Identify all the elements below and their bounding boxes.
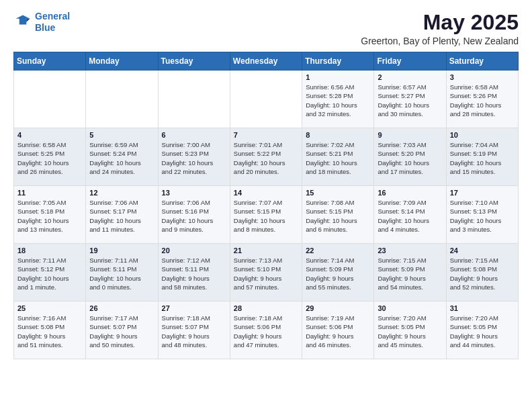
day-info: Sunrise: 7:18 AM Sunset: 5:06 PM Dayligh… <box>234 314 298 349</box>
logo-text: General Blue <box>35 11 70 34</box>
calendar-cell <box>158 71 230 128</box>
col-header-thursday: Thursday <box>302 52 374 71</box>
day-number: 1 <box>306 73 370 81</box>
calendar-cell: 14Sunrise: 7:07 AM Sunset: 5:15 PM Dayli… <box>230 186 302 244</box>
day-info: Sunrise: 7:10 AM Sunset: 5:13 PM Dayligh… <box>450 198 515 234</box>
col-header-tuesday: Tuesday <box>158 52 230 71</box>
day-number: 8 <box>306 131 370 139</box>
day-info: Sunrise: 7:06 AM Sunset: 5:16 PM Dayligh… <box>162 198 226 234</box>
calendar-cell: 28Sunrise: 7:18 AM Sunset: 5:06 PM Dayli… <box>230 302 302 359</box>
day-number: 11 <box>17 189 82 197</box>
day-number: 29 <box>306 304 370 312</box>
title-block: May 2025 Greerton, Bay of Plenty, New Ze… <box>361 11 519 46</box>
subtitle: Greerton, Bay of Plenty, New Zealand <box>361 36 519 46</box>
calendar-cell: 21Sunrise: 7:13 AM Sunset: 5:10 PM Dayli… <box>230 244 302 302</box>
day-info: Sunrise: 7:01 AM Sunset: 5:22 PM Dayligh… <box>234 140 298 176</box>
col-header-saturday: Saturday <box>446 52 518 71</box>
day-number: 26 <box>89 304 154 312</box>
logo: General Blue <box>13 11 70 34</box>
day-info: Sunrise: 7:20 AM Sunset: 5:05 PM Dayligh… <box>378 314 442 349</box>
day-number: 23 <box>378 246 442 255</box>
day-number: 27 <box>162 304 226 312</box>
day-number: 31 <box>450 304 515 312</box>
calendar-cell: 27Sunrise: 7:18 AM Sunset: 5:07 PM Dayli… <box>158 302 230 359</box>
calendar-header-row: SundayMondayTuesdayWednesdayThursdayFrid… <box>14 52 519 71</box>
day-number: 16 <box>378 189 442 197</box>
col-header-monday: Monday <box>86 52 158 71</box>
day-info: Sunrise: 7:05 AM Sunset: 5:18 PM Dayligh… <box>17 198 82 234</box>
day-info: Sunrise: 7:19 AM Sunset: 5:06 PM Dayligh… <box>306 314 370 349</box>
day-info: Sunrise: 7:03 AM Sunset: 5:20 PM Dayligh… <box>378 140 442 176</box>
calendar-cell: 8Sunrise: 7:02 AM Sunset: 5:21 PM Daylig… <box>302 128 374 186</box>
day-info: Sunrise: 7:08 AM Sunset: 5:15 PM Dayligh… <box>306 198 370 234</box>
day-info: Sunrise: 7:07 AM Sunset: 5:15 PM Dayligh… <box>234 198 298 234</box>
calendar-cell: 10Sunrise: 7:04 AM Sunset: 5:19 PM Dayli… <box>446 128 518 186</box>
day-info: Sunrise: 6:57 AM Sunset: 5:27 PM Dayligh… <box>378 83 442 118</box>
calendar-cell: 4Sunrise: 6:58 AM Sunset: 5:25 PM Daylig… <box>14 128 86 186</box>
day-info: Sunrise: 7:20 AM Sunset: 5:05 PM Dayligh… <box>450 314 515 349</box>
day-info: Sunrise: 6:58 AM Sunset: 5:26 PM Dayligh… <box>450 83 515 118</box>
day-info: Sunrise: 7:11 AM Sunset: 5:12 PM Dayligh… <box>17 256 82 291</box>
calendar-week-4: 18Sunrise: 7:11 AM Sunset: 5:12 PM Dayli… <box>14 244 519 302</box>
calendar-cell: 9Sunrise: 7:03 AM Sunset: 5:20 PM Daylig… <box>374 128 446 186</box>
header: General Blue May 2025 Greerton, Bay of P… <box>13 11 519 46</box>
day-number: 12 <box>89 189 154 197</box>
day-info: Sunrise: 6:56 AM Sunset: 5:28 PM Dayligh… <box>306 83 370 118</box>
calendar-cell: 3Sunrise: 6:58 AM Sunset: 5:26 PM Daylig… <box>446 71 518 128</box>
day-number: 7 <box>234 131 298 139</box>
calendar-cell: 29Sunrise: 7:19 AM Sunset: 5:06 PM Dayli… <box>302 302 374 359</box>
day-number: 5 <box>89 131 154 139</box>
calendar-cell: 25Sunrise: 7:16 AM Sunset: 5:08 PM Dayli… <box>14 302 86 359</box>
day-number: 3 <box>450 73 515 81</box>
calendar-cell: 2Sunrise: 6:57 AM Sunset: 5:27 PM Daylig… <box>374 71 446 128</box>
day-number: 25 <box>17 304 82 312</box>
day-number: 14 <box>234 189 298 197</box>
day-info: Sunrise: 7:15 AM Sunset: 5:08 PM Dayligh… <box>450 256 515 291</box>
calendar-week-5: 25Sunrise: 7:16 AM Sunset: 5:08 PM Dayli… <box>14 302 519 359</box>
calendar-cell: 30Sunrise: 7:20 AM Sunset: 5:05 PM Dayli… <box>374 302 446 359</box>
calendar-week-1: 1Sunrise: 6:56 AM Sunset: 5:28 PM Daylig… <box>14 71 519 128</box>
calendar-table: SundayMondayTuesdayWednesdayThursdayFrid… <box>13 52 519 359</box>
day-info: Sunrise: 7:13 AM Sunset: 5:10 PM Dayligh… <box>234 256 298 291</box>
day-info: Sunrise: 7:18 AM Sunset: 5:07 PM Dayligh… <box>162 314 226 349</box>
calendar-cell: 7Sunrise: 7:01 AM Sunset: 5:22 PM Daylig… <box>230 128 302 186</box>
calendar-cell: 20Sunrise: 7:12 AM Sunset: 5:11 PM Dayli… <box>158 244 230 302</box>
day-info: Sunrise: 6:59 AM Sunset: 5:24 PM Dayligh… <box>89 140 154 176</box>
calendar-cell <box>230 71 302 128</box>
day-number: 2 <box>378 73 442 81</box>
page: General Blue May 2025 Greerton, Bay of P… <box>0 0 532 370</box>
day-number: 10 <box>450 131 515 139</box>
calendar-cell: 17Sunrise: 7:10 AM Sunset: 5:13 PM Dayli… <box>446 186 518 244</box>
day-number: 24 <box>450 246 515 255</box>
day-info: Sunrise: 7:00 AM Sunset: 5:23 PM Dayligh… <box>162 140 226 176</box>
day-info: Sunrise: 6:58 AM Sunset: 5:25 PM Dayligh… <box>17 140 82 176</box>
day-info: Sunrise: 7:12 AM Sunset: 5:11 PM Dayligh… <box>162 256 226 291</box>
logo-line2: Blue <box>35 22 55 33</box>
day-number: 15 <box>306 189 370 197</box>
day-info: Sunrise: 7:09 AM Sunset: 5:14 PM Dayligh… <box>378 198 442 234</box>
calendar-cell: 13Sunrise: 7:06 AM Sunset: 5:16 PM Dayli… <box>158 186 230 244</box>
col-header-friday: Friday <box>374 52 446 71</box>
day-number: 19 <box>89 246 154 255</box>
day-number: 9 <box>378 131 442 139</box>
calendar-cell: 15Sunrise: 7:08 AM Sunset: 5:15 PM Dayli… <box>302 186 374 244</box>
day-number: 13 <box>162 189 226 197</box>
day-number: 6 <box>162 131 226 139</box>
day-info: Sunrise: 7:16 AM Sunset: 5:08 PM Dayligh… <box>17 314 82 349</box>
logo-line1: General <box>35 11 70 21</box>
calendar-cell: 11Sunrise: 7:05 AM Sunset: 5:18 PM Dayli… <box>14 186 86 244</box>
calendar-cell: 18Sunrise: 7:11 AM Sunset: 5:12 PM Dayli… <box>14 244 86 302</box>
main-title: May 2025 <box>361 11 519 34</box>
day-number: 22 <box>306 246 370 255</box>
day-info: Sunrise: 7:17 AM Sunset: 5:07 PM Dayligh… <box>89 314 154 349</box>
day-info: Sunrise: 7:04 AM Sunset: 5:19 PM Dayligh… <box>450 140 515 176</box>
day-info: Sunrise: 7:02 AM Sunset: 5:21 PM Dayligh… <box>306 140 370 176</box>
day-number: 28 <box>234 304 298 312</box>
day-info: Sunrise: 7:11 AM Sunset: 5:11 PM Dayligh… <box>89 256 154 291</box>
calendar-cell: 1Sunrise: 6:56 AM Sunset: 5:28 PM Daylig… <box>302 71 374 128</box>
day-number: 30 <box>378 304 442 312</box>
calendar-cell: 19Sunrise: 7:11 AM Sunset: 5:11 PM Dayli… <box>86 244 158 302</box>
calendar-week-2: 4Sunrise: 6:58 AM Sunset: 5:25 PM Daylig… <box>14 128 519 186</box>
day-info: Sunrise: 7:14 AM Sunset: 5:09 PM Dayligh… <box>306 256 370 291</box>
day-info: Sunrise: 7:06 AM Sunset: 5:17 PM Dayligh… <box>89 198 154 234</box>
